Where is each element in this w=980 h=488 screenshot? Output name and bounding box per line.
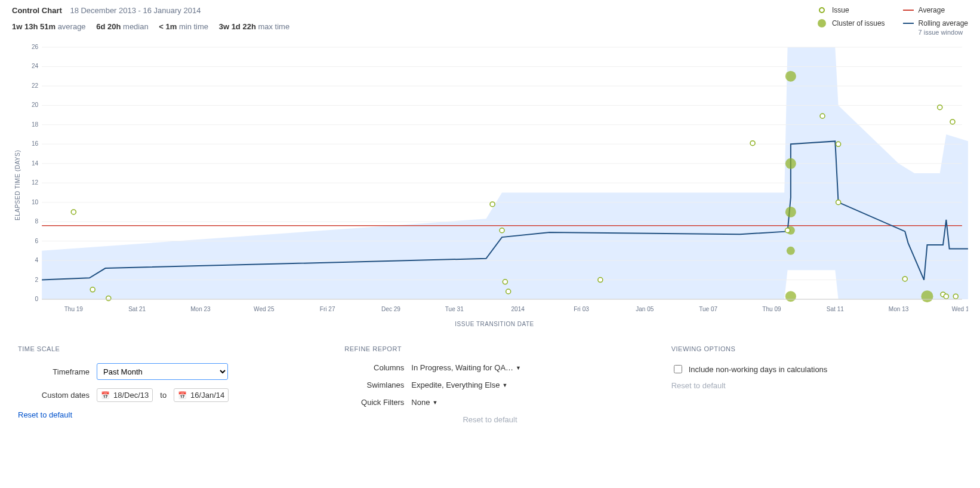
stats-bar: 1w 13h 51m average 6d 20h median < 1m mi… xyxy=(12,22,816,31)
svg-point-62 xyxy=(836,142,841,146)
swimlanes-label: Swimlanes xyxy=(344,380,404,389)
legend-rolling-sub: 7 issue window xyxy=(919,29,963,36)
legend-cluster: Cluster of issues xyxy=(832,19,885,27)
calendar-icon: 📅 xyxy=(101,391,110,400)
svg-point-52 xyxy=(90,287,95,292)
svg-text:Mon 13: Mon 13 xyxy=(889,306,909,312)
svg-text:Tue 31: Tue 31 xyxy=(445,306,464,312)
svg-text:24: 24 xyxy=(32,63,39,70)
svg-point-51 xyxy=(71,210,76,214)
columns-dropdown[interactable]: In Progress, Waiting for QA… ▼ xyxy=(411,363,521,372)
cluster-marker-icon xyxy=(818,19,826,27)
viewing-heading: VIEWING OPTIONS xyxy=(671,345,962,352)
timeframe-select[interactable]: Past Month xyxy=(97,363,228,380)
svg-point-64 xyxy=(902,277,907,281)
y-axis-title: ELAPSED TIME (DAYS) xyxy=(12,42,21,327)
svg-text:Wed 25: Wed 25 xyxy=(254,306,275,312)
stat-max-value: 3w 1d 22h xyxy=(219,22,256,31)
custom-dates-label: Custom dates xyxy=(18,391,90,400)
svg-text:Sat 11: Sat 11 xyxy=(827,306,844,312)
svg-point-68 xyxy=(950,119,955,124)
svg-text:2: 2 xyxy=(35,277,39,283)
columns-label: Columns xyxy=(344,363,404,372)
svg-text:2014: 2014 xyxy=(511,306,525,312)
svg-point-44 xyxy=(785,71,796,82)
reset-time-scale-link[interactable]: Reset to default xyxy=(18,410,72,419)
legend-issue: Issue xyxy=(832,6,849,14)
svg-text:16: 16 xyxy=(32,140,39,147)
time-scale-heading: TIME SCALE xyxy=(18,345,309,352)
reset-refine-link[interactable]: Reset to default xyxy=(463,415,517,424)
svg-text:Jan 05: Jan 05 xyxy=(636,306,654,312)
svg-point-55 xyxy=(500,228,504,233)
caret-down-icon: ▼ xyxy=(516,365,521,371)
svg-text:20: 20 xyxy=(32,102,39,109)
svg-text:8: 8 xyxy=(35,218,39,225)
rolling-line-icon xyxy=(903,23,914,24)
svg-text:22: 22 xyxy=(32,82,39,89)
date-to-input[interactable]: 📅 16/Jan/14 xyxy=(174,388,229,402)
legend: Issue Cluster of issues Average Rolling … xyxy=(816,6,968,36)
refine-report-section: REFINE REPORT Columns In Progress, Waiti… xyxy=(344,345,635,424)
svg-point-45 xyxy=(785,158,796,169)
date-range: 18 December 2013 - 16 January 2014 xyxy=(70,6,201,15)
svg-text:Dec 29: Dec 29 xyxy=(381,306,400,312)
refine-heading: REFINE REPORT xyxy=(344,345,635,352)
svg-point-48 xyxy=(787,247,795,255)
svg-text:26: 26 xyxy=(32,44,39,50)
svg-text:10: 10 xyxy=(32,199,39,205)
stat-median-value: 6d 20h xyxy=(96,22,121,31)
svg-point-49 xyxy=(785,291,796,302)
svg-text:6: 6 xyxy=(35,238,39,244)
swimlanes-dropdown[interactable]: Expedite, Everything Else ▼ xyxy=(411,380,507,389)
svg-point-46 xyxy=(785,207,796,217)
nonworking-label: Include non-working days in calculations xyxy=(689,365,828,374)
date-from-input[interactable]: 📅 18/Dec/13 xyxy=(97,388,153,402)
svg-text:18: 18 xyxy=(32,121,39,128)
reset-viewing-link[interactable]: Reset to default xyxy=(671,381,726,390)
calendar-icon: 📅 xyxy=(178,391,187,400)
page-title: Control Chart xyxy=(12,6,62,15)
svg-point-65 xyxy=(938,105,942,110)
svg-point-58 xyxy=(598,278,603,283)
svg-text:Mon 23: Mon 23 xyxy=(190,306,211,312)
svg-point-57 xyxy=(506,289,511,294)
svg-point-60 xyxy=(785,228,790,233)
quickfilters-dropdown[interactable]: None ▼ xyxy=(411,398,437,407)
stat-average-value: 1w 13h 51m xyxy=(12,22,56,31)
svg-point-63 xyxy=(836,200,841,205)
svg-point-69 xyxy=(953,294,958,299)
svg-point-54 xyxy=(490,202,495,207)
svg-text:Fri 27: Fri 27 xyxy=(320,306,335,312)
svg-point-59 xyxy=(750,141,755,146)
legend-average: Average xyxy=(919,6,945,14)
stat-max-label: max time xyxy=(258,22,289,31)
to-label: to xyxy=(160,391,167,400)
quickfilters-label: Quick Filters xyxy=(344,398,404,407)
svg-text:Thu 09: Thu 09 xyxy=(762,306,781,312)
svg-text:Tue 07: Tue 07 xyxy=(699,306,717,312)
x-axis-title: ISSUE TRANSITION DATE xyxy=(21,321,968,327)
svg-point-50 xyxy=(921,290,933,302)
average-line-icon xyxy=(903,10,914,11)
caret-down-icon: ▼ xyxy=(432,400,437,406)
control-chart[interactable]: 02468101214161820222426Thu 19Sat 21Mon 2… xyxy=(21,42,968,317)
svg-text:12: 12 xyxy=(32,179,39,186)
time-scale-section: TIME SCALE Timeframe Past Month Custom d… xyxy=(18,345,309,424)
header: Control Chart 18 December 2013 - 16 Janu… xyxy=(12,6,968,36)
stat-median-label: median xyxy=(123,22,149,31)
svg-text:Wed 15: Wed 15 xyxy=(952,306,968,312)
svg-point-67 xyxy=(944,294,948,299)
caret-down-icon: ▼ xyxy=(502,382,507,388)
legend-rolling: Rolling average xyxy=(919,19,968,27)
issue-marker-icon xyxy=(819,7,825,13)
svg-point-61 xyxy=(820,113,825,118)
stat-min-value: < 1m xyxy=(159,22,177,31)
svg-text:4: 4 xyxy=(35,257,39,263)
nonworking-checkbox[interactable] xyxy=(674,365,682,373)
viewing-options-section: VIEWING OPTIONS Include non-working days… xyxy=(671,345,962,424)
svg-point-56 xyxy=(503,280,507,284)
svg-point-53 xyxy=(106,296,111,301)
svg-text:Sat 21: Sat 21 xyxy=(128,306,146,312)
timeframe-label: Timeframe xyxy=(18,367,90,376)
